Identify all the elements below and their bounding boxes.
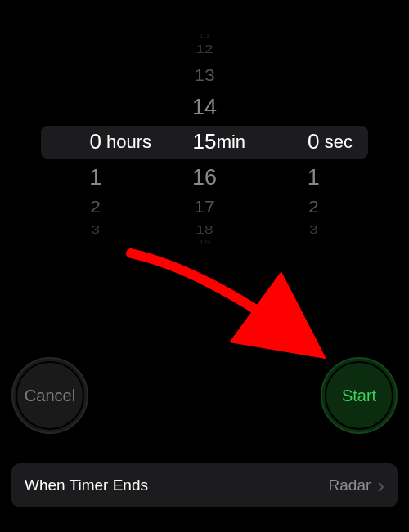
seconds-value: 1 [259,167,368,189]
when-timer-ends-value: Radar [329,476,371,494]
chevron-right-icon: › [377,475,384,496]
minutes-value: 14 [150,96,258,118]
seconds-value: 3 [259,224,368,235]
when-timer-ends-row[interactable]: When Timer Ends Radar › [11,463,398,507]
minutes-value: 11 [150,32,258,38]
start-button-label: Start [342,387,376,405]
when-timer-ends-title: When Timer Ends [25,476,329,494]
hours-value: 2 [41,199,150,216]
seconds-value: 2 [259,199,368,216]
minutes-value: 16 [150,167,258,189]
cancel-button-label: Cancel [25,387,75,405]
annotation-arrow-icon [123,245,335,376]
cancel-button[interactable]: Cancel [11,357,88,434]
minutes-value: 18 [150,224,258,235]
hours-value: 3 [41,224,150,235]
duration-picker[interactable]: 0 1 2 3 11 12 13 14 15 16 17 18 19 0 1 2… [41,16,368,229]
minutes-value: 13 [150,67,258,84]
hours-value: 1 [41,167,150,189]
minutes-wheel[interactable]: 11 12 13 14 15 16 17 18 19 [150,16,258,229]
minutes-value: 19 [150,239,258,245]
minutes-value: 17 [150,199,258,216]
hours-value-selected: 0 [41,131,150,152]
seconds-value-selected: 0 [259,131,368,152]
seconds-wheel[interactable]: 0 1 2 3 [259,16,368,229]
start-button[interactable]: Start [321,357,398,434]
minutes-value-selected: 15 [150,131,258,152]
hours-wheel[interactable]: 0 1 2 3 [41,16,150,229]
minutes-value: 12 [150,43,258,55]
